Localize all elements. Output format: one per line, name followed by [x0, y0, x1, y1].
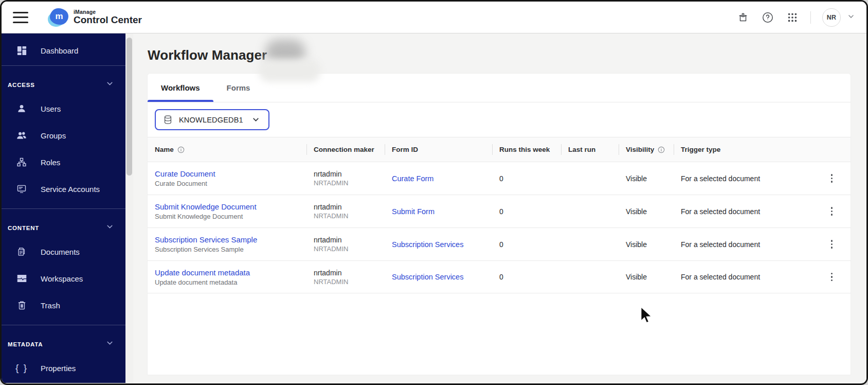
- sidebar-item-workspaces[interactable]: Workspaces: [2, 265, 125, 292]
- workflow-subtitle: Update document metadata: [155, 278, 306, 286]
- workflow-name-link[interactable]: Update document metadata: [155, 268, 306, 277]
- service-accounts-icon: [16, 184, 27, 194]
- workflow-name-link[interactable]: Curate Document: [155, 169, 306, 178]
- sidebar-item-groups[interactable]: Groups: [2, 122, 125, 149]
- tab-bar: Workflows Forms: [148, 74, 851, 102]
- sidebar-item-service-accounts[interactable]: Service Accounts: [2, 176, 125, 202]
- connection-maker-org: NRTADMIN: [314, 278, 385, 286]
- workflow-subtitle: Subscription Services Sample: [155, 246, 306, 253]
- trigger-type: For a selected document: [674, 174, 813, 183]
- sidebar-section-metadata[interactable]: METADATA: [2, 325, 125, 355]
- sidebar-item-users[interactable]: Users: [2, 95, 125, 122]
- scrollbar-thumb[interactable]: [126, 38, 132, 176]
- visibility: Visible: [619, 273, 674, 281]
- sidebar-item-trash[interactable]: Trash: [2, 292, 125, 319]
- section-label: METADATA: [8, 341, 43, 347]
- connection-maker-org: NRTADMIN: [314, 179, 385, 187]
- help-icon[interactable]: [761, 11, 774, 24]
- sidebar-section-access[interactable]: ACCESS: [2, 66, 125, 95]
- trigger-type: For a selected document: [674, 240, 813, 249]
- row-actions-kebab-icon[interactable]: [828, 237, 836, 252]
- imanage-logo-icon: m: [48, 8, 68, 27]
- row-actions-kebab-icon[interactable]: [828, 204, 836, 219]
- dashboard-icon: [16, 45, 27, 56]
- account-chevron-down-icon[interactable]: [847, 12, 855, 23]
- column-header-form-id[interactable]: Form ID: [385, 137, 492, 162]
- tab-forms[interactable]: Forms: [213, 74, 264, 102]
- redacted-badge-shadow: [259, 59, 320, 82]
- form-id-link[interactable]: Curate Form: [392, 174, 433, 183]
- sidebar-item-roles[interactable]: Roles: [2, 149, 125, 176]
- users-icon: [16, 103, 27, 114]
- page-title: Workflow Manager: [148, 47, 267, 63]
- workflow-name-link[interactable]: Submit Knowledge Document: [155, 202, 306, 211]
- chevron-down-icon: [105, 339, 114, 349]
- form-id-link[interactable]: Submit Form: [392, 207, 435, 216]
- table-header: Name Connection maker Form ID Runs this …: [148, 137, 851, 162]
- info-icon[interactable]: [658, 146, 665, 153]
- groups-icon: [16, 130, 27, 141]
- workspaces-icon: [16, 274, 27, 283]
- workflow-name-link[interactable]: Subscription Services Sample: [155, 235, 306, 244]
- table-row: Update document metadataUpdate document …: [148, 260, 851, 293]
- connection-maker-org: NRTADMIN: [314, 245, 385, 253]
- column-header-trigger-type[interactable]: Trigger type: [674, 137, 813, 162]
- sidebar-item-documents[interactable]: Documents: [2, 238, 125, 265]
- hamburger-menu-icon[interactable]: [13, 12, 28, 23]
- table-row: Curate DocumentCurate Document nrtadminN…: [148, 162, 851, 195]
- sidebar-item-properties[interactable]: { } Properties: [2, 355, 125, 381]
- column-header-runs-this-week[interactable]: Runs this week: [492, 137, 561, 162]
- database-icon: [163, 115, 173, 125]
- sidebar-item-dashboard[interactable]: Dashboard: [2, 37, 125, 64]
- sidebar-item-label: Groups: [41, 131, 66, 140]
- column-header-last-run[interactable]: Last run: [561, 137, 619, 162]
- form-id-link[interactable]: Subscription Services: [392, 273, 463, 281]
- roles-icon: [16, 157, 27, 167]
- workflow-card: Workflows Forms KNOWLEDGEDB1: [148, 74, 851, 375]
- trigger-type: For a selected document: [674, 273, 813, 281]
- column-header-connection-maker[interactable]: Connection maker: [306, 137, 385, 162]
- info-icon[interactable]: [177, 146, 185, 153]
- chevron-down-icon: [105, 79, 114, 90]
- app-grid-icon[interactable]: [786, 11, 799, 24]
- chevron-down-icon: [105, 222, 114, 233]
- main-content: Workflow Manager Workflows Forms KNOW: [133, 33, 866, 383]
- connection-maker-org: NRTADMIN: [314, 212, 385, 220]
- sidebar-item-label: Users: [41, 104, 61, 113]
- app-window: m iManage Control Center: [0, 0, 868, 385]
- sidebar-item-label: Trash: [41, 301, 60, 310]
- sidebar-section-content[interactable]: CONTENT: [2, 209, 125, 238]
- properties-braces-icon: { }: [16, 362, 27, 374]
- tab-workflows[interactable]: Workflows: [148, 74, 213, 102]
- sidebar-item-label: Properties: [41, 364, 76, 373]
- documents-icon: [16, 247, 27, 257]
- row-actions-kebab-icon[interactable]: [828, 270, 836, 285]
- imanage-logo[interactable]: m iManage Control Center: [48, 8, 142, 27]
- visibility: Visible: [619, 240, 674, 249]
- column-header-name[interactable]: Name: [148, 137, 306, 162]
- sidebar-item-label: Workspaces: [41, 274, 83, 283]
- workflow-subtitle: Submit Knowledge Document: [155, 213, 306, 220]
- runs-this-week: 0: [492, 240, 561, 249]
- runs-this-week: 0: [492, 207, 561, 216]
- library-selector[interactable]: KNOWLEDGEDB1: [155, 109, 269, 130]
- connection-maker: nrtadmin: [314, 269, 385, 277]
- filter-row: KNOWLEDGEDB1: [148, 102, 851, 137]
- app-name: Control Center: [74, 14, 142, 26]
- runs-this-week: 0: [492, 273, 561, 281]
- connection-maker: nrtadmin: [314, 236, 385, 244]
- row-actions-kebab-icon[interactable]: [828, 171, 836, 186]
- trash-icon: [16, 300, 27, 310]
- user-avatar[interactable]: NR: [822, 8, 841, 27]
- sidebar-scrollbar[interactable]: [125, 33, 133, 383]
- table-row: Submit Knowledge DocumentSubmit Knowledg…: [148, 195, 851, 227]
- column-header-visibility[interactable]: Visibility: [619, 137, 674, 162]
- sidebar-item-label: Roles: [41, 158, 60, 167]
- chevron-down-icon: [251, 115, 260, 124]
- connection-maker: nrtadmin: [314, 170, 385, 178]
- whats-new-gift-icon[interactable]: [736, 11, 750, 24]
- library-selector-value: KNOWLEDGEDB1: [179, 116, 243, 124]
- runs-this-week: 0: [492, 174, 561, 183]
- visibility: Visible: [619, 207, 674, 216]
- form-id-link[interactable]: Subscription Services: [392, 240, 463, 249]
